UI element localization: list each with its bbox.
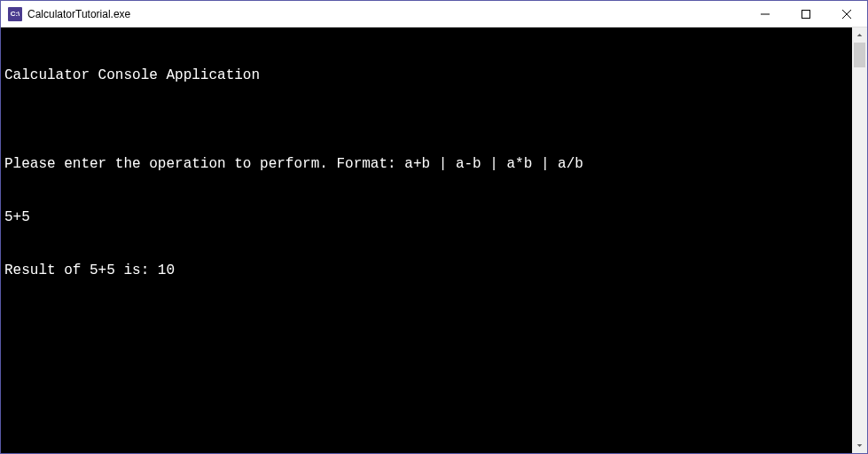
console-line: Please enter the operation to perform. F…	[4, 155, 848, 173]
titlebar-left: C:\ CalculatorTutorial.exe	[8, 7, 130, 21]
scroll-track[interactable]	[852, 43, 867, 438]
window-titlebar: C:\ CalculatorTutorial.exe	[1, 1, 867, 27]
close-button[interactable]	[826, 1, 867, 27]
maximize-button[interactable]	[786, 1, 826, 27]
minimize-button[interactable]	[745, 1, 786, 27]
minimize-icon	[761, 10, 770, 19]
vertical-scrollbar[interactable]	[852, 27, 867, 453]
window-controls	[745, 1, 867, 27]
chevron-up-icon	[856, 32, 863, 38]
console-area: Calculator Console Application Please en…	[1, 27, 867, 453]
close-icon	[842, 10, 851, 19]
maximize-icon	[802, 10, 810, 19]
window-title: CalculatorTutorial.exe	[27, 8, 130, 20]
console-line: 5+5	[4, 208, 848, 226]
scroll-up-button[interactable]	[852, 27, 867, 43]
svg-rect-0	[802, 10, 810, 18]
console-line: Calculator Console Application	[4, 67, 848, 84]
scroll-down-button[interactable]	[852, 438, 867, 453]
console-output[interactable]: Calculator Console Application Please en…	[1, 27, 852, 453]
chevron-down-icon	[856, 442, 863, 449]
console-line: Result of 5+5 is: 10	[4, 262, 848, 279]
scroll-thumb[interactable]	[854, 43, 865, 67]
app-icon: C:\	[8, 7, 22, 21]
